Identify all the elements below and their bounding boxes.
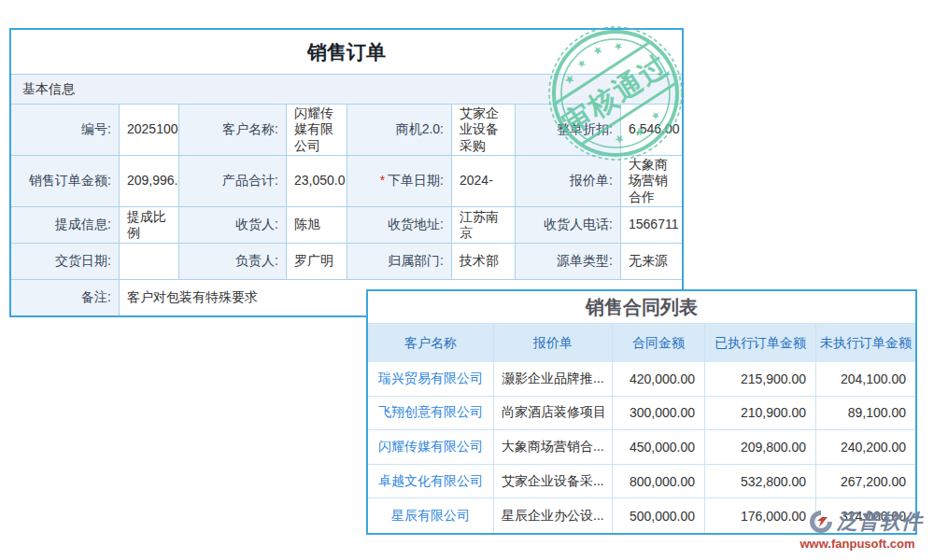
department-label: 归属部门: (347, 244, 452, 280)
contract-amount-cell: 800,000.00 (613, 465, 705, 499)
delivery-address-field[interactable]: 江苏南京 (452, 207, 516, 244)
order-date-label-text: 下单日期: (388, 173, 444, 189)
product-total-field[interactable]: 23,050.0 (287, 156, 347, 207)
unexecuted-amount-cell: 89,100.00 (816, 397, 915, 431)
quotation-cell: 星辰企业办公设... (494, 498, 613, 533)
form-row: 提成信息: 提成比例 收货人: 陈旭 收货地址: 江苏南京 收货人电话: 156… (11, 207, 682, 244)
order-date-field[interactable]: 2024- (452, 156, 516, 207)
whole-discount-label: 整单折扣: (516, 105, 621, 156)
table-row: 卓越文化有限公司 艾家企业设备采... 800,000.00 532,800.0… (368, 465, 915, 499)
unexecuted-amount-cell: 240,200.00 (816, 430, 915, 465)
department-field[interactable]: 技术部 (452, 244, 516, 280)
sales-order-panel: 销售订单 基本信息 编号: 2025100 客户名称: 闪耀传媒有限公司 商机2… (9, 28, 684, 317)
customer-link[interactable]: 卓越文化有限公司 (368, 465, 494, 499)
contract-amount-cell: 500,000.00 (613, 498, 705, 533)
order-no-field[interactable]: 2025100 (120, 105, 179, 156)
table-row: 闪耀传媒有限公司 大象商场营销合... 450,000.00 209,800.0… (368, 430, 915, 465)
table-row: 瑞兴贸易有限公司 灏影企业品牌推... 420,000.00 215,900.0… (368, 362, 915, 397)
order-amount-field[interactable]: 209,996. (120, 156, 179, 207)
sales-contract-list-panel: 销售合同列表 客户名称 报价单 合同金额 已执行订单金额 未执行订单金额 瑞兴贸… (366, 289, 917, 535)
source-type-label: 源单类型: (516, 244, 621, 280)
vendor-logo-icon (809, 510, 833, 534)
consignee-phone-field[interactable]: 1566711 (621, 207, 682, 244)
delivery-date-label: 交货日期: (11, 244, 120, 280)
executed-amount-cell: 215,900.00 (705, 362, 816, 397)
col-customer-name: 客户名称 (368, 324, 494, 362)
vendor-brand: 泛普软件 (837, 508, 923, 536)
customer-name-label: 客户名称: (179, 105, 287, 156)
customer-link[interactable]: 瑞兴贸易有限公司 (368, 362, 494, 397)
form-row: 交货日期: 负责人: 罗广明 归属部门: 技术部 源单类型: 无来源 (11, 244, 682, 280)
customer-link[interactable]: 飞翔创意有限公司 (368, 397, 494, 431)
contract-table-header: 客户名称 报价单 合同金额 已执行订单金额 未执行订单金额 (368, 324, 915, 362)
commission-info-label: 提成信息: (11, 207, 120, 244)
contract-list-title: 销售合同列表 (368, 291, 915, 324)
consignee-phone-label: 收货人电话: (516, 207, 621, 244)
section-basic-info: 基本信息 (11, 75, 682, 105)
vendor-url: www.fanpusoft.com (792, 537, 923, 551)
customer-name-field[interactable]: 闪耀传媒有限公司 (287, 105, 347, 156)
consignee-field[interactable]: 陈旭 (287, 207, 347, 244)
page-title: 销售订单 (11, 30, 682, 75)
form-row: 销售订单金额: 209,996. 产品合计: 23,050.0 * 下单日期: … (11, 156, 682, 207)
consignee-label: 收货人: (179, 207, 287, 244)
contract-amount-cell: 420,000.00 (613, 362, 705, 397)
contract-amount-cell: 300,000.00 (613, 397, 705, 431)
order-no-label: 编号: (11, 105, 120, 156)
delivery-address-label: 收货地址: (347, 207, 452, 244)
order-amount-label: 销售订单金额: (11, 156, 120, 207)
form-row: 编号: 2025100 客户名称: 闪耀传媒有限公司 商机2.0: 艾家企业设备… (11, 105, 682, 156)
product-total-label: 产品合计: (179, 156, 287, 207)
customer-link[interactable]: 闪耀传媒有限公司 (368, 430, 494, 465)
contract-amount-cell: 450,000.00 (613, 430, 705, 465)
col-contract-amount: 合同金额 (613, 324, 705, 362)
required-asterisk: * (380, 173, 385, 189)
manager-field[interactable]: 罗广明 (287, 244, 347, 280)
remark-label: 备注: (11, 280, 120, 315)
col-quotation: 报价单 (494, 324, 613, 362)
quotation-label: 报价单: (516, 156, 621, 207)
executed-amount-cell: 210,900.00 (705, 397, 816, 431)
whole-discount-field[interactable]: 6,546.00 (621, 105, 682, 156)
executed-amount-cell: 532,800.00 (705, 465, 816, 499)
quotation-cell: 尚家酒店装修项目 (494, 397, 613, 431)
table-row: 飞翔创意有限公司 尚家酒店装修项目 300,000.00 210,900.00 … (368, 397, 915, 431)
opportunity-field[interactable]: 艾家企业设备采购 (452, 105, 516, 156)
manager-label: 负责人: (179, 244, 287, 280)
col-unexecuted-amount: 未执行订单金额 (816, 324, 915, 362)
quotation-cell: 大象商场营销合... (494, 430, 613, 465)
quotation-field[interactable]: 大象商场营销合作 (621, 156, 682, 207)
unexecuted-amount-cell: 204,100.00 (816, 362, 915, 397)
quotation-cell: 艾家企业设备采... (494, 465, 613, 499)
order-date-label: * 下单日期: (347, 156, 452, 207)
executed-amount-cell: 209,800.00 (705, 430, 816, 465)
unexecuted-amount-cell: 267,200.00 (816, 465, 915, 499)
vendor-watermark: 泛普软件 www.fanpusoft.com (792, 508, 923, 551)
customer-link[interactable]: 星辰有限公司 (368, 498, 494, 533)
quotation-cell: 灏影企业品牌推... (494, 362, 613, 397)
delivery-date-field[interactable] (120, 244, 179, 280)
opportunity-label: 商机2.0: (347, 105, 452, 156)
source-type-field[interactable]: 无来源 (621, 244, 682, 280)
col-executed-amount: 已执行订单金额 (705, 324, 816, 362)
commission-info-field[interactable]: 提成比例 (120, 207, 179, 244)
